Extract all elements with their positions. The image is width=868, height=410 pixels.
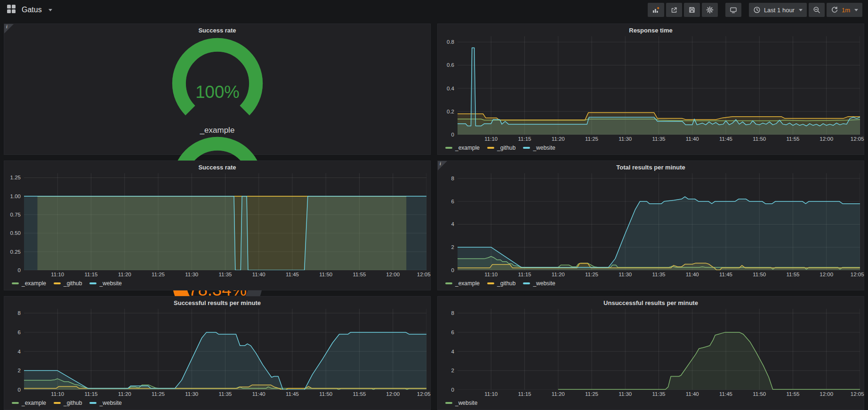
x-axis-tick: 11:10 — [484, 136, 498, 142]
time-range-picker[interactable]: Last 1 hour — [749, 3, 807, 17]
x-axis-tick: 11:30 — [619, 272, 632, 277]
x-axis-tick: 12:00 — [820, 391, 833, 397]
panel-title[interactable]: Unsuccessful results per minute — [438, 297, 864, 309]
panel-info-icon[interactable]: i — [4, 24, 14, 33]
legend-item-_example[interactable]: _example — [445, 280, 480, 287]
legend-item-_website[interactable]: _website — [89, 280, 121, 287]
y-axis: 00.250.500.751.001.25 — [8, 173, 24, 270]
legend-item-_website[interactable]: _website — [89, 400, 121, 406]
caret-down-icon — [48, 9, 52, 11]
legend-item-_website[interactable]: _website — [523, 145, 555, 151]
info-glyph: i — [6, 24, 8, 29]
legend-label: _example — [455, 145, 480, 151]
y-axis-tick: 0.50 — [10, 230, 21, 236]
legend-swatch — [487, 282, 494, 284]
y-axis-tick: 0.8 — [447, 39, 454, 45]
x-axis-tick: 11:50 — [753, 136, 766, 142]
x-axis-tick: 11:20 — [552, 136, 565, 142]
dashboard-title-menu[interactable]: Gatus — [7, 4, 52, 16]
legend-item-_example[interactable]: _example — [12, 280, 46, 287]
chart-successful-results: 0246811:1011:1511:2011:2511:3011:3511:40… — [4, 309, 430, 410]
legend-label: _github — [64, 280, 82, 287]
panel-title[interactable]: Success rate — [4, 24, 430, 36]
legend-item-_example[interactable]: _example — [445, 145, 480, 151]
x-axis-tick: 11:45 — [719, 136, 732, 142]
legend-swatch — [54, 282, 61, 284]
legend-swatch — [89, 402, 96, 404]
x-axis-tick: 11:55 — [353, 391, 366, 397]
save-button[interactable] — [684, 3, 700, 17]
legend-label: _github — [497, 145, 515, 151]
panel-info-icon[interactable]: i — [438, 161, 447, 170]
panel-title[interactable]: Total results per minute — [438, 161, 864, 173]
legend-swatch — [445, 282, 452, 284]
x-axis-tick: 11:15 — [518, 272, 531, 277]
chart-total-results: 0246811:1011:1511:2011:2511:3011:3511:40… — [438, 173, 864, 290]
legend-item-_website[interactable]: _website — [445, 400, 477, 406]
x-axis-tick: 11:40 — [686, 272, 699, 277]
legend-swatch — [445, 147, 452, 149]
legend-item-_github[interactable]: _github — [54, 400, 82, 406]
plot-canvas[interactable] — [458, 309, 860, 390]
dashboard-title: Gatus — [22, 6, 42, 14]
y-axis: 02468 — [442, 309, 458, 390]
x-axis-tick: 11:45 — [719, 391, 732, 397]
chart-legend: _example_github_website — [442, 279, 860, 288]
y-axis-tick: 2 — [451, 368, 454, 373]
plot-canvas[interactable] — [458, 173, 860, 270]
y-axis-tick: 0.6 — [447, 62, 454, 68]
y-axis-tick: 1.00 — [10, 193, 21, 199]
panel-unsuccessful-results: Unsuccessful results per minute 0246811:… — [437, 296, 864, 410]
cycle-view-button[interactable] — [725, 3, 741, 17]
x-axis-tick: 11:30 — [619, 136, 632, 142]
panel-title[interactable]: Successful results per minute — [4, 297, 430, 309]
legend-item-_github[interactable]: _github — [487, 145, 515, 151]
series-fill-_website — [458, 197, 860, 270]
gauge-_example: 100%_example — [157, 36, 278, 135]
plot-canvas[interactable] — [24, 309, 426, 390]
x-axis-tick: 11:35 — [219, 272, 232, 277]
y-axis-tick: 8 — [451, 176, 454, 181]
chart-legend: _example_github_website — [8, 398, 426, 408]
y-axis-tick: 8 — [18, 310, 21, 316]
add-panel-button[interactable] — [648, 3, 664, 17]
legend-item-_example[interactable]: _example — [12, 400, 46, 406]
legend-swatch — [445, 402, 452, 404]
settings-button[interactable] — [702, 3, 718, 17]
zoom-out-button[interactable] — [809, 3, 825, 17]
gauge-value-text: 100% — [195, 82, 239, 102]
save-icon — [688, 6, 696, 14]
x-axis-tick: 11:10 — [51, 391, 64, 397]
x-axis-tick: 11:35 — [652, 272, 666, 277]
x-axis: 11:1011:1511:2011:2511:3011:3511:4011:45… — [458, 270, 860, 279]
x-axis-tick: 11:15 — [85, 272, 98, 277]
legend-item-_github[interactable]: _github — [54, 280, 82, 287]
panel-success-rate-timeseries: Success rate 00.250.500.751.001.2511:101… — [4, 161, 431, 290]
plot-canvas[interactable] — [458, 36, 860, 135]
clock-icon — [753, 6, 761, 14]
legend-label: _website — [99, 400, 121, 406]
x-axis-tick: 11:50 — [753, 391, 766, 397]
legend-label: _website — [455, 400, 477, 406]
x-axis-tick: 12:05 — [851, 391, 864, 397]
x-axis-tick: 11:25 — [152, 272, 165, 277]
x-axis-tick: 11:25 — [585, 136, 598, 142]
share-button[interactable] — [666, 3, 682, 17]
x-axis-tick: 12:05 — [851, 272, 864, 277]
panel-title[interactable]: Response time — [438, 24, 864, 36]
refresh-picker[interactable]: 1m — [827, 3, 862, 17]
plot-canvas[interactable] — [24, 173, 426, 270]
x-axis: 11:1011:1511:2011:2511:3011:3511:4011:45… — [458, 135, 860, 143]
legend-item-_github[interactable]: _github — [487, 280, 515, 287]
panel-title[interactable]: Success rate — [4, 161, 430, 173]
gauge-label: _example — [200, 126, 235, 135]
x-axis-tick: 11:20 — [118, 272, 131, 277]
y-axis-tick: 0.75 — [10, 212, 21, 217]
legend-item-_website[interactable]: _website — [523, 280, 555, 287]
legend-label: _website — [533, 280, 555, 287]
info-glyph: i — [440, 161, 441, 166]
x-axis-tick: 11:45 — [719, 272, 732, 277]
legend-swatch — [12, 282, 19, 284]
x-axis-tick: 11:10 — [51, 272, 64, 277]
x-axis-tick: 11:40 — [252, 391, 265, 397]
